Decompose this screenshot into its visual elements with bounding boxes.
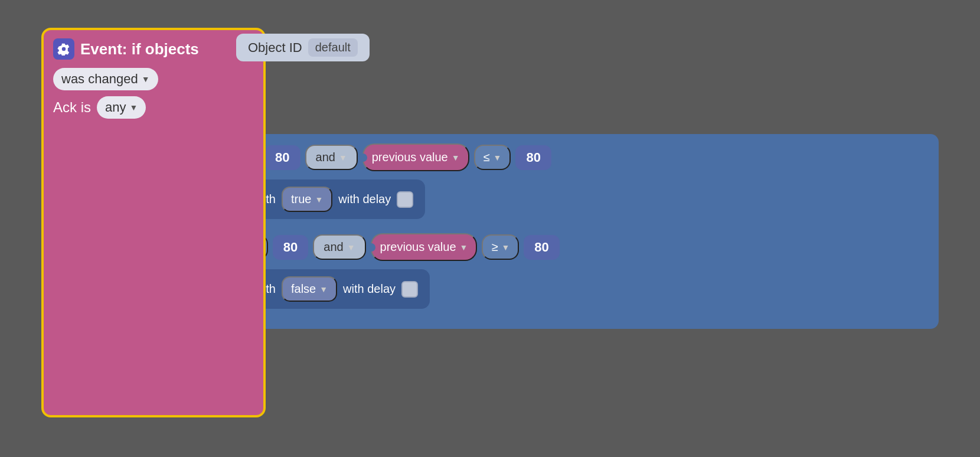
dropdown-arrow: ▼ xyxy=(142,74,150,84)
do-delay-label-1: with delay xyxy=(338,192,391,206)
if-and-button[interactable]: and ▼ xyxy=(305,145,358,170)
else-if-and-button[interactable]: and ▼ xyxy=(313,234,365,260)
do-delay-checkbox-1[interactable] xyxy=(397,191,413,208)
do-delay-label-2: with delay xyxy=(343,282,396,296)
object-id-label: Object ID xyxy=(248,40,302,56)
ack-row: Ack is any ▼ xyxy=(53,96,254,119)
event-block: Event: if objects was changed ▼ Ack is a… xyxy=(41,28,266,417)
if-operator-2[interactable]: ≤ ▼ xyxy=(474,145,511,170)
object-id-badge: Object ID default xyxy=(236,34,370,61)
ack-value-button[interactable]: any ▼ xyxy=(97,96,146,119)
object-id-value: default xyxy=(308,38,358,57)
was-changed-row: was changed ▼ xyxy=(53,68,254,90)
main-container: Object ID default Event: if objects was … xyxy=(30,16,950,441)
event-title: Event: if objects xyxy=(80,40,199,58)
do-delay-checkbox-2[interactable] xyxy=(401,281,418,298)
if-previous-value-button[interactable]: previous value ▼ xyxy=(362,143,469,171)
ack-dropdown-arrow: ▼ xyxy=(130,103,138,112)
ack-label: Ack is xyxy=(53,99,91,116)
gear-icon[interactable] xyxy=(53,38,74,60)
do-value-button-2[interactable]: false ▼ xyxy=(282,276,337,302)
else-if-value-2: 80 xyxy=(524,235,559,260)
was-changed-button[interactable]: was changed ▼ xyxy=(53,68,158,90)
do-value-button-1[interactable]: true ▼ xyxy=(282,187,332,212)
else-if-operator-2[interactable]: ≥ ▼ xyxy=(482,234,519,260)
else-if-value-1: 80 xyxy=(273,235,308,260)
if-value-2: 80 xyxy=(515,145,551,170)
else-if-previous-value-button[interactable]: previous value ▼ xyxy=(371,233,478,261)
if-value-1: 80 xyxy=(264,145,300,170)
event-header: Event: if objects xyxy=(53,38,254,60)
